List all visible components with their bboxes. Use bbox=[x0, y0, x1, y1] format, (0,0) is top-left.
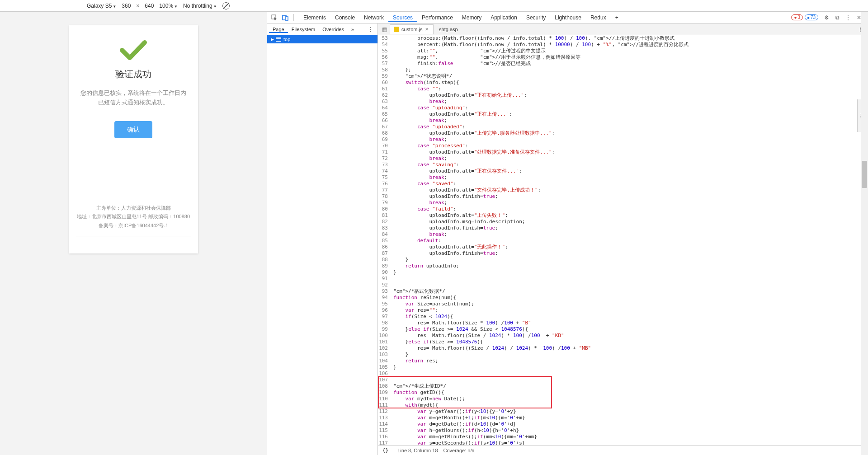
code-line[interactable]: 58 }; bbox=[378, 67, 868, 73]
tab-application[interactable]: Application bbox=[486, 14, 522, 21]
tab-memory[interactable]: Memory bbox=[458, 14, 486, 21]
code-line[interactable]: 94function reSize(num){ bbox=[378, 295, 868, 301]
code-line[interactable]: 102 res= Math.floor(((Size / 1024) / 102… bbox=[378, 345, 868, 352]
tab-elements[interactable]: Elements bbox=[299, 14, 330, 21]
code-line[interactable]: 98 res= Math.floor(Size * 100) /100 + "B… bbox=[378, 320, 868, 326]
code-line[interactable]: 108"cm">/*生成上传ID*/ bbox=[378, 383, 868, 389]
code-line[interactable]: 111 with(mydt){ bbox=[378, 402, 868, 408]
code-line[interactable]: 104 return res; bbox=[378, 358, 868, 364]
scrollbar-thumb[interactable] bbox=[862, 161, 867, 188]
code-line[interactable]: 110 var mydt=new Date(); bbox=[378, 396, 868, 402]
code-line[interactable]: 78 uploadInfo.finish=true; bbox=[378, 193, 868, 200]
tree-top-frame[interactable]: ▶ top bbox=[267, 35, 377, 43]
code-line[interactable]: 65 uploadInfo.alt="正在上传..."; bbox=[378, 111, 868, 117]
tab-performance[interactable]: Performance bbox=[417, 14, 458, 21]
code-line[interactable]: 85 default: bbox=[378, 238, 868, 244]
code-line[interactable]: 76 case "saved": bbox=[378, 181, 868, 187]
code-line[interactable]: 107 bbox=[378, 377, 868, 383]
code-line[interactable]: 100 res= Math.floor((Size / 1024) * 100)… bbox=[378, 333, 868, 339]
code-line[interactable]: 69 break; bbox=[378, 136, 868, 143]
code-line[interactable]: 89 return uploadInfo; bbox=[378, 263, 868, 269]
code-line[interactable]: 91 bbox=[378, 276, 868, 282]
code-line[interactable]: 117 var s=getSeconds();if(s<10){s='0'+s} bbox=[378, 440, 868, 445]
code-line[interactable]: 64 case "uploading": bbox=[378, 105, 868, 111]
code-line[interactable]: 73 case "saving": bbox=[378, 162, 868, 168]
tab-lighthouse[interactable]: Lighthouse bbox=[550, 14, 586, 21]
dock-icon[interactable]: ⧉ bbox=[833, 13, 842, 22]
code-line[interactable]: 95 var Size=parseInt(num); bbox=[378, 301, 868, 307]
code-line[interactable]: 92 bbox=[378, 282, 868, 288]
code-line[interactable]: 72 break; bbox=[378, 155, 868, 162]
code-line[interactable]: 86 uploadInfo.alt="无此操作！"; bbox=[378, 244, 868, 250]
tab-redux[interactable]: Redux bbox=[586, 14, 611, 21]
file-tab-shtg-asp[interactable]: shtg.asp bbox=[435, 24, 462, 34]
code-line[interactable]: 71 uploadInfo.alt="处理数据完毕,准备保存文件..."; bbox=[378, 149, 868, 155]
device-height[interactable]: 640 bbox=[145, 3, 154, 9]
code-line[interactable]: 103 } bbox=[378, 352, 868, 358]
vertical-scrollbar[interactable] bbox=[861, 12, 868, 455]
code-line[interactable]: 62 uploadInfo.alt="正在初始化上传..."; bbox=[378, 92, 868, 99]
code-line[interactable]: 93"cm">/*格式化数据*/ bbox=[378, 288, 868, 295]
code-line[interactable]: 112 var y=getYear();if(y<10){y='0'+y} bbox=[378, 408, 868, 415]
navigator-menu-icon[interactable]: ⋮ bbox=[365, 26, 376, 33]
code-line[interactable]: 56 msg:"", "cm">//用于显示额外信息，例如错误原因等 bbox=[378, 54, 868, 61]
inspect-icon[interactable] bbox=[270, 13, 279, 22]
code-line[interactable]: 105} bbox=[378, 364, 868, 371]
info-badge[interactable]: 73 bbox=[805, 14, 818, 20]
close-tab-icon[interactable]: × bbox=[425, 24, 429, 34]
confirm-button[interactable]: 确认 bbox=[114, 121, 152, 138]
tab-sources[interactable]: Sources bbox=[388, 14, 417, 22]
code-line[interactable]: 116 var mm=getMinutes();if(mm<10){mm='0'… bbox=[378, 434, 868, 440]
code-line[interactable]: 67 case "uploaded": bbox=[378, 124, 868, 130]
code-line[interactable]: 55 alt:"", "cm">//上传过程的中文提示 bbox=[378, 48, 868, 54]
add-tab-button[interactable]: + bbox=[611, 12, 623, 23]
device-select[interactable]: Galaxy S5▼ bbox=[87, 3, 116, 9]
nav-tab-filesystem[interactable]: Filesystem bbox=[288, 27, 319, 32]
code-line[interactable]: 97 if(Size < 1024){ bbox=[378, 314, 868, 320]
code-line[interactable]: 79 break; bbox=[378, 200, 868, 206]
code-line[interactable]: 74 uploadInfo.alt="正在保存文件..."; bbox=[378, 168, 868, 174]
zoom-select[interactable]: 100%▼ bbox=[159, 3, 178, 9]
file-nav-icon[interactable]: ▦ bbox=[380, 26, 389, 33]
settings-icon[interactable]: ⚙ bbox=[822, 13, 831, 22]
code-line[interactable]: 60 switch(info.step){ bbox=[378, 80, 868, 86]
code-line[interactable]: 59 "cm">/*状态说明*/ bbox=[378, 73, 868, 80]
navigator-more-icon[interactable]: » bbox=[348, 23, 358, 35]
code-line[interactable]: 57 finish:false "cm">//是否已经完成 bbox=[378, 61, 868, 67]
code-line[interactable]: 83 uploadInfo.finish=true; bbox=[378, 225, 868, 231]
code-line[interactable]: 77 uploadInfo.alt="文件保存完毕,上传成功！"; bbox=[378, 187, 868, 193]
code-line[interactable]: 53 process:(Math.floor((info.now / info.… bbox=[378, 35, 868, 42]
code-line[interactable]: 75 break; bbox=[378, 174, 868, 181]
tab-security[interactable]: Security bbox=[522, 14, 550, 21]
format-icon[interactable]: {} bbox=[382, 447, 388, 453]
code-line[interactable]: 87 uploadInfo.finish=true; bbox=[378, 250, 868, 257]
nav-tab-page[interactable]: Page bbox=[269, 27, 288, 33]
rotate-icon[interactable] bbox=[222, 2, 230, 9]
throttling-select[interactable]: No throttling▼ bbox=[183, 3, 217, 9]
code-line[interactable]: 113 var m=getMonth()+1;if(m<10){m='0'+m} bbox=[378, 415, 868, 421]
more-icon[interactable]: ⋮ bbox=[844, 13, 853, 22]
code-line[interactable]: 81 uploadInfo.alt="上传失败！"; bbox=[378, 212, 868, 219]
code-line[interactable]: 96 var res=""; bbox=[378, 307, 868, 314]
code-line[interactable]: 84 break; bbox=[378, 231, 868, 238]
code-line[interactable]: 82 uploadInfo.msg=info.description; bbox=[378, 219, 868, 225]
code-editor[interactable]: 53 process:(Math.floor((info.now / info.… bbox=[378, 35, 868, 445]
code-line[interactable]: 80 case "faild": bbox=[378, 206, 868, 212]
code-line[interactable]: 54 percent:(Math.floor((info.now / info.… bbox=[378, 42, 868, 48]
code-line[interactable]: 70 case "processed": bbox=[378, 143, 868, 149]
tab-console[interactable]: Console bbox=[330, 14, 359, 21]
file-tab-custom-js[interactable]: custom.js × bbox=[390, 24, 434, 34]
code-line[interactable]: 114 var d=getDate();if(d<10){d='0'+d} bbox=[378, 421, 868, 427]
nav-tab-overrides[interactable]: Overrides bbox=[319, 27, 348, 32]
code-line[interactable]: 106 bbox=[378, 371, 868, 377]
code-line[interactable]: 88 } bbox=[378, 257, 868, 263]
error-badge[interactable]: 3 bbox=[791, 14, 803, 20]
code-line[interactable]: 63 break; bbox=[378, 99, 868, 105]
device-width[interactable]: 360 bbox=[122, 3, 131, 9]
code-line[interactable]: 101 }else if(Size >= 1048576){ bbox=[378, 339, 868, 345]
code-line[interactable]: 90} bbox=[378, 269, 868, 276]
file-tree[interactable]: ▶ top bbox=[267, 35, 377, 455]
code-line[interactable]: 68 uploadInfo.alt="上传完毕,服务器处理数据中..."; bbox=[378, 130, 868, 136]
code-line[interactable]: 99 }else if(Size >= 1024 && Size < 10485… bbox=[378, 326, 868, 333]
code-line[interactable]: 109function getID(){ bbox=[378, 389, 868, 396]
